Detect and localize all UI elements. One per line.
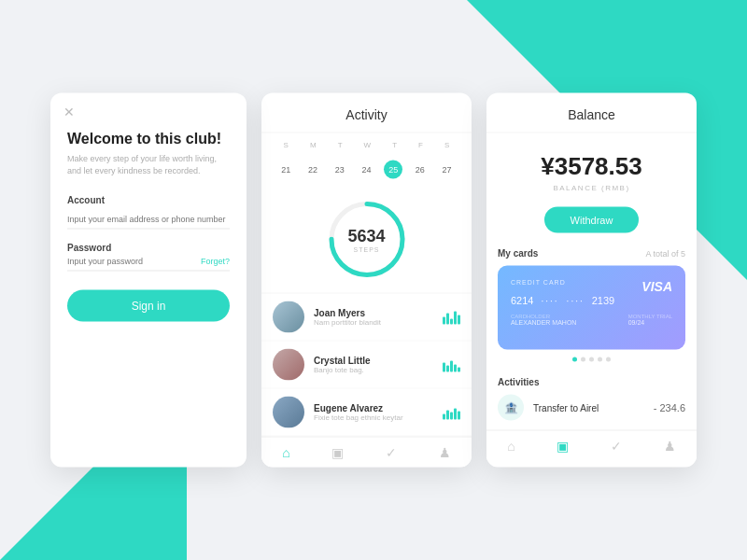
cards-section: My cards A total of 5 CREDIT CARD VISA 6… [486, 248, 697, 362]
nav-user-icon[interactable]: ♟ [664, 439, 676, 454]
card-footer: CARDHOLDER ALEXANDER MAHON MONTHLY TRIAL… [511, 314, 672, 326]
day-of-week: F [418, 141, 423, 149]
steps-count: 5634 [347, 227, 385, 246]
forget-link[interactable]: Forget? [201, 257, 230, 266]
balance-header: Balance [486, 93, 697, 133]
password-input[interactable] [67, 257, 201, 266]
calendar-date[interactable]: 22 [303, 161, 322, 179]
bar-chart-icon [443, 310, 460, 325]
activity-title: Activity [345, 107, 387, 122]
avatar [273, 349, 304, 381]
transaction-icon: 🏦 [498, 395, 524, 421]
card-dots-nav [498, 357, 685, 362]
person-desc: Nam porttitor blandit [314, 318, 433, 327]
nav-user-icon[interactable]: ♟ [439, 445, 451, 460]
card-dots-1: ···· [541, 295, 558, 305]
calendar-dow: F [418, 141, 423, 149]
day-of-week: W [364, 141, 372, 149]
calendar-date[interactable]: 26 [411, 161, 430, 179]
nav-check-icon[interactable]: ✓ [386, 445, 397, 460]
balance-sub-label: BALANCE (RMB) [486, 184, 697, 192]
transaction-name: Transfer to Airel [533, 402, 644, 413]
steps-container: 5634 STEPS [261, 183, 472, 293]
avatar [273, 397, 304, 428]
cardholder-label: CARDHOLDER [511, 314, 576, 319]
calendar-dow: M [310, 141, 317, 149]
calendar-date[interactable]: 21 [276, 161, 295, 179]
login-title: Welcome to this club! [67, 131, 230, 147]
signin-button[interactable]: Sign in [67, 290, 230, 322]
expiry-label: MONTHLY TRIAL [628, 314, 672, 319]
transaction-amount: - 234.6 [654, 402, 685, 413]
date-number: 23 [331, 161, 349, 179]
calendar-row: SMTWTFS [261, 133, 472, 153]
nav-grid-icon[interactable]: ▣ [557, 439, 569, 454]
activity-panel: Activity SMTWTFS 21222324252627 5634 STE… [261, 93, 472, 468]
login-panel: ✕ Welcome to this club! Make every step … [50, 93, 247, 468]
card-dots-2: ···· [567, 295, 585, 305]
list-item: Crystal Little Banjo tote bag. [261, 342, 472, 389]
balance-bottom-nav: ⌂ ▣ ✓ ♟ [486, 430, 697, 461]
activity-info: Eugene Alvarez Fixie tote bag ethnic key… [314, 403, 433, 422]
card-indicator[interactable] [606, 357, 611, 362]
date-number: 26 [411, 161, 430, 179]
day-of-week: S [284, 141, 289, 149]
card-indicator[interactable] [581, 357, 585, 362]
calendar-date[interactable]: 25 [384, 161, 402, 179]
avatar [273, 301, 304, 333]
nav-home-icon[interactable]: ⌂ [507, 439, 514, 454]
card-indicator[interactable] [598, 357, 602, 362]
calendar-dow: T [392, 141, 397, 149]
transaction-item: 🏦 Transfer to Airel - 234.6 [498, 395, 685, 421]
calendar-date[interactable]: 23 [331, 161, 349, 179]
card-indicator[interactable] [589, 357, 594, 362]
withdraw-button[interactable]: Withdraw [544, 207, 640, 233]
account-input[interactable] [67, 215, 230, 230]
bar-chart-icon [443, 405, 460, 420]
calendar-date[interactable]: 27 [438, 161, 457, 179]
steps-label: STEPS [347, 246, 385, 253]
date-number: 27 [438, 161, 457, 179]
balance-number: ¥3578.53 [486, 152, 697, 181]
card-start: 6214 [511, 295, 533, 306]
person-desc: Banjo tote bag. [314, 366, 433, 374]
balance-title: Balance [568, 107, 615, 122]
list-item: Eugene Alvarez Fixie tote bag ethnic key… [261, 389, 472, 437]
bar-chart-icon [443, 357, 460, 372]
activities-label: Activities [498, 377, 685, 387]
activity-info: Joan Myers Nam porttitor blandit [314, 308, 433, 327]
calendar-date[interactable]: 24 [357, 161, 375, 179]
calendar-dates-row: 21222324252627 [261, 153, 472, 183]
date-number: 21 [276, 161, 295, 179]
person-desc: Fixie tote bag ethnic keytar [314, 413, 433, 422]
date-number: 24 [357, 161, 375, 179]
calendar-dow: T [338, 141, 343, 149]
card-indicator[interactable] [572, 357, 577, 362]
cards-header: My cards A total of 5 [498, 248, 685, 259]
nav-grid-icon[interactable]: ▣ [331, 445, 344, 460]
day-of-week: S [444, 141, 449, 149]
password-label: Password [67, 243, 111, 253]
nav-home-icon[interactable]: ⌂ [282, 445, 289, 460]
date-number: 22 [303, 161, 322, 179]
activities-section: Activities 🏦 Transfer to Airel - 234.6 [486, 370, 697, 421]
balance-panel: Balance ¥3578.53 BALANCE (RMB) Withdraw … [486, 93, 697, 468]
cards-total: A total of 5 [645, 248, 685, 258]
day-of-week: T [338, 141, 343, 149]
close-button[interactable]: ✕ [63, 105, 75, 119]
list-item: Joan Myers Nam porttitor blandit [261, 294, 472, 342]
activity-info: Crystal Little Banjo tote bag. [314, 356, 433, 374]
expiry-value: 09/24 [628, 319, 645, 326]
visa-icon: VISA [641, 279, 672, 294]
date-number: 25 [384, 161, 402, 179]
activity-header: Activity [261, 93, 472, 133]
steps-circle: 5634 STEPS [325, 198, 409, 282]
balance-amount-section: ¥3578.53 BALANCE (RMB) [486, 133, 697, 198]
person-name: Joan Myers [314, 308, 433, 318]
login-subtitle: Make every step of your life worth livin… [67, 153, 230, 176]
nav-check-icon[interactable]: ✓ [611, 439, 622, 454]
card-end: 2139 [592, 295, 614, 306]
calendar-dow: S [444, 141, 449, 149]
activity-list: Joan Myers Nam porttitor blandit Crystal… [261, 293, 472, 437]
person-name: Crystal Little [314, 356, 433, 366]
